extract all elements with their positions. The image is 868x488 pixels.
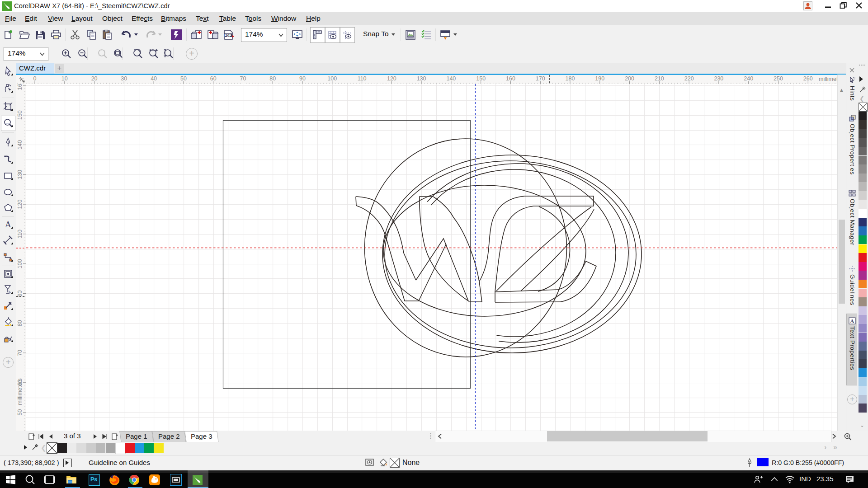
svg-text:110: 110: [17, 230, 23, 239]
svg-text:50: 50: [180, 75, 187, 82]
svg-text:110: 110: [358, 75, 367, 82]
svg-text:140: 140: [17, 140, 23, 150]
svg-text:120: 120: [17, 200, 23, 209]
svg-text:180: 180: [566, 75, 575, 82]
svg-text:50: 50: [17, 409, 23, 416]
svg-text:130: 130: [17, 170, 23, 179]
svg-text:260: 260: [803, 75, 813, 82]
svg-text:100: 100: [327, 75, 337, 82]
svg-text:160: 160: [506, 75, 515, 82]
svg-text:90: 90: [17, 291, 23, 297]
svg-text:60: 60: [210, 75, 217, 82]
svg-text:250: 250: [774, 75, 783, 82]
svg-text:PDF: PDF: [224, 33, 231, 38]
svg-text:90: 90: [299, 75, 306, 82]
svg-text:20: 20: [91, 75, 98, 82]
svg-text:150: 150: [17, 110, 23, 120]
svg-text:170: 170: [536, 75, 545, 82]
svg-text:190: 190: [595, 75, 604, 82]
svg-text:210: 210: [655, 75, 664, 82]
svg-text:150: 150: [476, 75, 486, 82]
svg-text:130: 130: [417, 75, 426, 82]
svg-text:30: 30: [121, 75, 127, 82]
svg-text:40: 40: [151, 75, 157, 82]
svg-text:240: 240: [744, 75, 753, 82]
svg-text:220: 220: [684, 75, 694, 82]
svg-text:A: A: [850, 318, 854, 324]
svg-text:80: 80: [17, 320, 23, 326]
svg-text:A: A: [5, 220, 11, 229]
svg-text:230: 230: [714, 75, 723, 82]
svg-text:70: 70: [240, 75, 246, 82]
svg-text:millimeters: millimeters: [17, 378, 23, 405]
svg-text:0: 0: [33, 75, 37, 82]
svg-text:80: 80: [269, 75, 276, 82]
svg-text:200: 200: [625, 75, 634, 82]
svg-text:100: 100: [17, 259, 23, 268]
svg-text:140: 140: [446, 75, 456, 82]
svg-text:70: 70: [17, 350, 23, 356]
svg-text:120: 120: [387, 75, 396, 82]
svg-text:160: 160: [17, 84, 23, 90]
svg-text:10: 10: [61, 75, 68, 82]
